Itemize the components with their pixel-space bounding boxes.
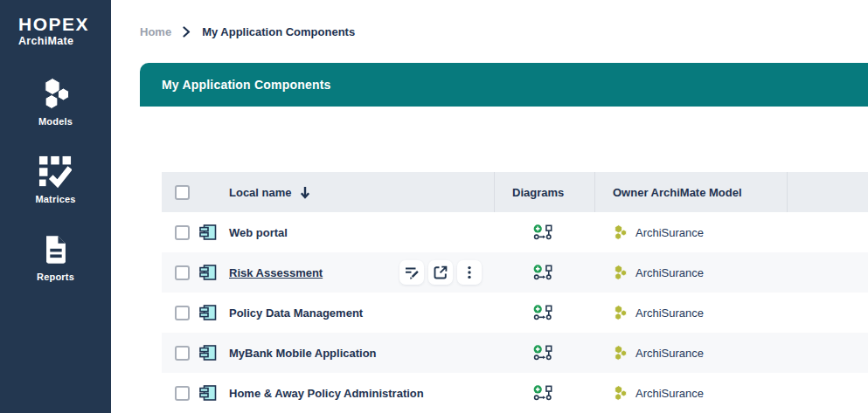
panel-title: My Application Components bbox=[162, 78, 330, 92]
table-row[interactable]: Risk Assessment bbox=[162, 252, 868, 293]
sidebar-item-reports[interactable]: Reports bbox=[37, 232, 74, 282]
empty-cell bbox=[787, 252, 868, 293]
column-header-owner[interactable]: Owner ArchiMate Model bbox=[613, 186, 742, 199]
sort-descending-icon bbox=[300, 186, 310, 199]
component-name-link[interactable]: Web portal bbox=[229, 226, 288, 239]
application-component-icon bbox=[199, 265, 217, 280]
sidebar-item-models[interactable]: Models bbox=[38, 77, 73, 127]
owner-model-name: ArchiSurance bbox=[635, 226, 704, 239]
empty-cell bbox=[787, 293, 868, 333]
document-icon bbox=[43, 232, 69, 267]
breadcrumb-home-link[interactable]: Home bbox=[140, 25, 171, 38]
table-header-row: Local name Diagrams Owner ArchiMate Mode… bbox=[162, 172, 868, 212]
column-header-diagrams[interactable]: Diagrams bbox=[512, 186, 564, 199]
empty-cell bbox=[787, 373, 868, 413]
row-checkbox[interactable] bbox=[175, 265, 190, 280]
more-actions-button[interactable] bbox=[457, 260, 482, 285]
chevron-right-icon bbox=[183, 26, 191, 38]
archisurance-hexagon-icon bbox=[612, 345, 628, 361]
table-row[interactable]: MyBank Mobile Application ArchiSurance bbox=[162, 333, 868, 373]
diagram-graph-icon[interactable] bbox=[533, 224, 553, 241]
diagram-graph-icon[interactable] bbox=[533, 305, 553, 321]
component-name-link[interactable]: Risk Assessment bbox=[229, 266, 323, 279]
app-logo: HOPEX ArchiMate bbox=[0, 0, 111, 47]
table-row[interactable]: Home & Away Policy Administration ArchiS… bbox=[162, 373, 868, 413]
sidebar-nav: Models Matrices bbox=[0, 77, 111, 310]
panel-header: My Application Components bbox=[140, 63, 868, 107]
toolbar-space bbox=[111, 107, 868, 172]
table-row[interactable]: Web portal ArchiSurance bbox=[162, 212, 868, 252]
owner-model-name: ArchiSurance bbox=[635, 347, 704, 360]
row-checkbox[interactable] bbox=[175, 386, 190, 401]
owner-model-name: ArchiSurance bbox=[635, 387, 704, 400]
sidebar: HOPEX ArchiMate Models bbox=[0, 0, 111, 413]
sidebar-item-label: Models bbox=[38, 116, 73, 127]
empty-cell bbox=[787, 333, 868, 373]
sidebar-item-label: Reports bbox=[37, 272, 74, 282]
empty-column-header bbox=[787, 172, 868, 212]
application-component-icon bbox=[199, 305, 217, 320]
row-checkbox[interactable] bbox=[175, 346, 190, 361]
application-component-icon bbox=[199, 385, 217, 401]
grid-check-icon bbox=[38, 155, 72, 189]
owner-model-name: ArchiSurance bbox=[635, 266, 704, 279]
select-all-checkbox[interactable] bbox=[175, 185, 190, 200]
application-component-icon bbox=[199, 345, 217, 361]
diagram-graph-icon[interactable] bbox=[533, 265, 553, 281]
archisurance-hexagon-icon bbox=[612, 265, 628, 281]
diagram-graph-icon[interactable] bbox=[533, 345, 553, 361]
owner-model-name: ArchiSurance bbox=[635, 306, 704, 320]
components-table: Local name Diagrams Owner ArchiMate Mode… bbox=[162, 172, 868, 413]
component-name-link[interactable]: MyBank Mobile Application bbox=[229, 347, 377, 360]
sidebar-item-matrices[interactable]: Matrices bbox=[35, 155, 75, 204]
open-in-new-action-button[interactable] bbox=[428, 260, 453, 285]
breadcrumb: Home My Application Components bbox=[111, 0, 868, 63]
logo-title: HOPEX bbox=[18, 14, 111, 34]
component-name-link[interactable]: Policy Data Management bbox=[229, 306, 363, 320]
diagram-graph-icon[interactable] bbox=[533, 385, 553, 402]
sidebar-item-label: Matrices bbox=[35, 194, 75, 204]
logo-subtitle: ArchiMate bbox=[18, 35, 111, 47]
archisurance-hexagon-icon bbox=[612, 385, 628, 402]
row-checkbox[interactable] bbox=[175, 306, 190, 320]
row-checkbox[interactable] bbox=[175, 225, 190, 240]
row-actions bbox=[399, 260, 482, 285]
hexagon-cluster-icon bbox=[38, 77, 73, 112]
archisurance-hexagon-icon bbox=[612, 224, 628, 241]
table-row[interactable]: Policy Data Management ArchiSurance bbox=[162, 293, 868, 333]
main-content: Home My Application Components My Applic… bbox=[111, 0, 868, 413]
component-name-link[interactable]: Home & Away Policy Administration bbox=[229, 387, 424, 400]
empty-cell bbox=[787, 212, 868, 252]
app-window: HOPEX ArchiMate Models bbox=[0, 0, 868, 413]
breadcrumb-current: My Application Components bbox=[202, 25, 355, 38]
edit-action-button[interactable] bbox=[399, 260, 424, 285]
column-header-local-name[interactable]: Local name bbox=[229, 186, 292, 199]
application-component-icon bbox=[199, 224, 217, 240]
archisurance-hexagon-icon bbox=[612, 305, 628, 321]
